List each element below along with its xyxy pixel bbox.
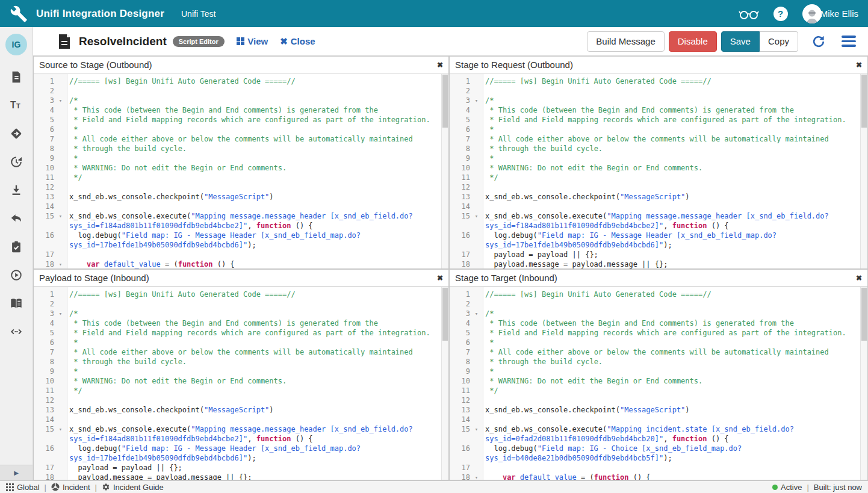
code-line[interactable]: 14	[450, 202, 860, 211]
scope-global[interactable]: Global	[6, 483, 40, 492]
fold-marker-icon[interactable]: ▾	[54, 309, 67, 318]
fold-marker-icon[interactable]: ▾	[54, 424, 67, 444]
scrollbar[interactable]	[860, 74, 867, 268]
code-line[interactable]: 3▾/*	[34, 309, 441, 318]
code-line[interactable]: 5 * Field and Field mapping records whic…	[450, 115, 860, 125]
code-line[interactable]: 13x_snd_eb.ws_console.checkpoint("Messag…	[450, 405, 860, 415]
code-icon[interactable]	[10, 325, 23, 338]
code-editor[interactable]: 1//===== [ws] Begin Unifi Auto Generated…	[34, 287, 441, 480]
code-line[interactable]: 11 */	[450, 386, 860, 395]
code-line[interactable]: 14	[34, 415, 441, 424]
code-line[interactable]: 10 * WARNING: Do not edit the Begin or E…	[450, 163, 860, 173]
code-line[interactable]: 8 * through the build cycle.	[34, 144, 441, 153]
code-editor[interactable]: 1//===== [ws] Begin Unifi Auto Generated…	[450, 74, 860, 268]
scope-incident-guide[interactable]: Incident Guide	[102, 483, 164, 492]
code-line[interactable]: 11 */	[450, 173, 860, 182]
fold-marker-icon[interactable]: ▾	[470, 96, 483, 105]
run-icon[interactable]	[10, 268, 23, 282]
code-line[interactable]: 12	[450, 182, 860, 192]
code-line[interactable]: 16 log.debug("Field map: IG - Message He…	[34, 444, 441, 463]
code-line[interactable]: 4 * This code (between the Begin and End…	[34, 105, 441, 115]
panel-close-icon[interactable]: ✖	[856, 274, 862, 282]
glasses-icon[interactable]	[739, 7, 759, 20]
code-line[interactable]: 7 * All code either above or below the c…	[34, 347, 441, 357]
code-line[interactable]: 16 log.debug("Field map: IG - Choice [x_…	[450, 444, 860, 463]
code-line[interactable]: 6 *	[450, 338, 860, 347]
code-line[interactable]: 8 * through the build cycle.	[450, 144, 860, 153]
code-editor[interactable]: 1//===== [ws] Begin Unifi Auto Generated…	[450, 287, 860, 480]
scrollbar-thumb[interactable]	[861, 75, 867, 128]
code-editor[interactable]: 1//===== [ws] Begin Unifi Auto Generated…	[34, 74, 441, 268]
panel-close-icon[interactable]: ✖	[437, 61, 443, 69]
code-line[interactable]: 14	[450, 415, 860, 424]
code-line[interactable]: 7 * All code either above or below the c…	[450, 134, 860, 144]
code-line[interactable]: 5 * Field and Field mapping records whic…	[34, 115, 441, 125]
fold-marker-icon[interactable]: ▾	[54, 96, 67, 105]
code-line[interactable]: 12	[450, 395, 860, 405]
code-line[interactable]: 10 * WARNING: Do not edit the Begin or E…	[34, 376, 441, 386]
code-line[interactable]: 17 payload = payload || {};	[450, 250, 860, 259]
code-line[interactable]: 13x_snd_eb.ws_console.checkpoint("Messag…	[34, 192, 441, 202]
code-line[interactable]: 1//===== [ws] Begin Unifi Auto Generated…	[450, 290, 860, 299]
code-line[interactable]: 10 * WARNING: Do not edit the Begin or E…	[34, 163, 441, 173]
code-line[interactable]: 5 * Field and Field mapping records whic…	[450, 328, 860, 338]
undo-icon[interactable]	[10, 212, 23, 225]
code-line[interactable]: 6 *	[34, 338, 441, 347]
code-line[interactable]: 7 * All code either above or below the c…	[450, 347, 860, 357]
code-line[interactable]: 15▾x_snd_eb.ws_console.execute("Mapping …	[450, 424, 860, 444]
code-line[interactable]: 13x_snd_eb.ws_console.checkpoint("Messag…	[450, 192, 860, 202]
code-line[interactable]: 18 payload.message = payload.message || …	[450, 259, 860, 268]
code-line[interactable]: 9 *	[450, 153, 860, 163]
panel-close-icon[interactable]: ✖	[856, 61, 862, 69]
scrollbar[interactable]	[441, 287, 448, 480]
menu-icon[interactable]	[842, 36, 856, 47]
code-line[interactable]: 9 *	[450, 367, 860, 376]
code-line[interactable]: 17 payload = payload || {};	[34, 463, 441, 473]
code-line[interactable]: 15▾x_snd_eb.ws_console.execute("Mapping …	[34, 424, 441, 444]
code-line[interactable]: 2	[450, 86, 860, 96]
view-button[interactable]: View	[237, 36, 268, 46]
code-line[interactable]: 4 * This code (between the Begin and End…	[450, 105, 860, 115]
code-line[interactable]: 18▾ var default_value = (function () {	[450, 473, 860, 480]
code-line[interactable]: 9 *	[34, 153, 441, 163]
fold-marker-icon[interactable]: ▾	[470, 473, 483, 480]
code-line[interactable]: 6 *	[34, 125, 441, 134]
code-line[interactable]: 12	[34, 395, 441, 405]
signpost-icon[interactable]	[10, 127, 23, 140]
fold-marker-icon[interactable]: ▾	[470, 211, 483, 231]
code-line[interactable]: 7 * All code either above or below the c…	[34, 134, 441, 144]
code-line[interactable]: 16 log.debug("Field map: IG - Message He…	[34, 231, 441, 250]
code-line[interactable]: 15▾x_snd_eb.ws_console.execute("Mapping …	[450, 211, 860, 231]
code-line[interactable]: 8 * through the build cycle.	[34, 357, 441, 367]
scrollbar-thumb[interactable]	[442, 288, 448, 341]
code-line[interactable]: 2	[450, 299, 860, 309]
code-line[interactable]: 16 log.debug("Field map: IG - Message He…	[450, 231, 860, 250]
code-line[interactable]: 14	[34, 202, 441, 211]
integration-avatar[interactable]: IG	[5, 34, 27, 55]
close-button[interactable]: ✖ Close	[280, 36, 315, 47]
code-line[interactable]: 1//===== [ws] Begin Unifi Auto Generated…	[34, 290, 441, 299]
code-line[interactable]: 11 */	[34, 173, 441, 182]
user-menu[interactable]: Mike Ellis	[802, 4, 858, 23]
text-format-icon[interactable]: TT	[10, 99, 23, 112]
fold-marker-icon[interactable]: ▾	[470, 309, 483, 318]
help-icon[interactable]: ?	[773, 7, 788, 21]
scrollbar-thumb[interactable]	[442, 75, 448, 128]
scope-incident[interactable]: Incident	[51, 483, 90, 492]
code-line[interactable]: 5 * Field and Field mapping records whic…	[34, 328, 441, 338]
code-line[interactable]: 18 payload.message = payload.message || …	[34, 473, 441, 480]
scrollbar[interactable]	[441, 74, 448, 268]
save-button[interactable]: Save	[721, 31, 760, 52]
document-icon[interactable]	[10, 70, 23, 84]
code-line[interactable]: 13x_snd_eb.ws_console.checkpoint("Messag…	[34, 405, 441, 415]
code-line[interactable]: 8 * through the build cycle.	[450, 357, 860, 367]
scrollbar[interactable]	[860, 287, 867, 480]
refresh-icon[interactable]	[811, 34, 826, 49]
code-line[interactable]: 2	[34, 86, 441, 96]
panel-close-icon[interactable]: ✖	[437, 274, 443, 282]
code-line[interactable]: 3▾/*	[34, 96, 441, 105]
code-line[interactable]: 9 *	[34, 367, 441, 376]
code-line[interactable]: 11 */	[34, 386, 441, 395]
scrollbar-thumb[interactable]	[861, 288, 867, 341]
code-line[interactable]: 1//===== [ws] Begin Unifi Auto Generated…	[450, 76, 860, 86]
